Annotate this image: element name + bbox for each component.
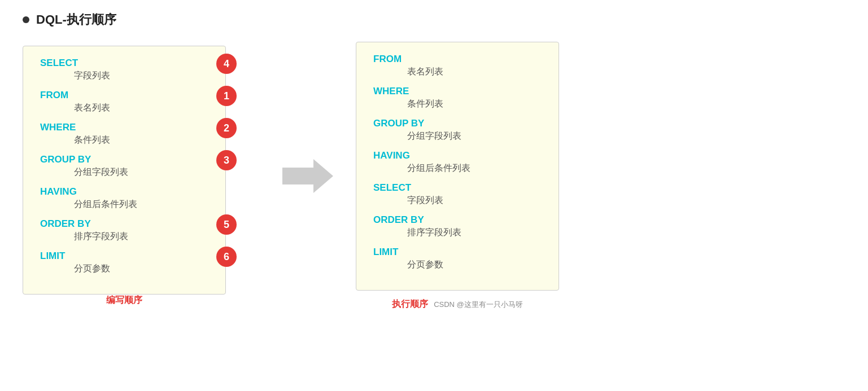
page-title: DQL-执行顺序 — [36, 11, 116, 28]
sub-item-label: 表名列表 — [373, 66, 542, 78]
keyword-row: ORDER BY5 — [40, 218, 208, 231]
left-keyword-block: SELECT4字段列表 — [40, 58, 208, 82]
keyword-row: FROM1 — [40, 90, 208, 102]
sub-item-label: 分组后条件列表 — [40, 199, 208, 210]
right-caption-row: 执行顺序 CSDN @这里有一只小马呀 — [392, 298, 523, 310]
sub-item-label: 分页参数 — [40, 263, 208, 275]
order-badge: 5 — [216, 214, 237, 235]
left-keyword-block: FROM1表名列表 — [40, 90, 208, 114]
keyword-label: GROUP BY — [40, 154, 91, 165]
left-diagram-wrapper: SELECT4字段列表FROM1表名列表WHERE2条件列表GROUP BY3分… — [23, 46, 260, 295]
page-header: DQL-执行顺序 — [23, 11, 845, 28]
order-badge: 4 — [216, 54, 237, 74]
keyword-row: HAVING — [40, 186, 208, 199]
keyword-label: WHERE — [40, 122, 76, 133]
csdn-watermark: CSDN @这里有一只小马呀 — [434, 300, 523, 310]
keyword-label: WHERE — [373, 86, 542, 97]
sub-item-label: 分页参数 — [373, 259, 542, 271]
sub-item-label: 条件列表 — [373, 98, 542, 110]
keyword-label: FROM — [373, 54, 542, 65]
right-keyword-block: ORDER BY排序字段列表 — [373, 214, 542, 239]
left-keyword-block: HAVING分组后条件列表 — [40, 186, 208, 210]
main-content: SELECT4字段列表FROM1表名列表WHERE2条件列表GROUP BY3分… — [23, 42, 845, 310]
right-keyword-block: FROM表名列表 — [373, 54, 542, 78]
arrow-icon — [282, 159, 333, 193]
right-keyword-block: HAVING分组后条件列表 — [373, 150, 542, 174]
order-badge: 6 — [216, 247, 237, 267]
left-keyword-block: WHERE2条件列表 — [40, 122, 208, 146]
sub-item-label: 排序字段列表 — [40, 231, 208, 243]
sub-item-label: 表名列表 — [40, 102, 208, 114]
left-keyword-block: LIMIT6分页参数 — [40, 251, 208, 275]
keyword-label: ORDER BY — [40, 218, 91, 230]
left-diagram-box: SELECT4字段列表FROM1表名列表WHERE2条件列表GROUP BY3分… — [23, 46, 226, 295]
sub-item-label: 排序字段列表 — [373, 227, 542, 239]
right-keyword-block: WHERE条件列表 — [373, 86, 542, 110]
order-badge: 1 — [216, 86, 237, 106]
keyword-label: LIMIT — [40, 251, 65, 262]
svg-marker-0 — [282, 159, 333, 193]
keyword-label: ORDER BY — [373, 214, 542, 226]
sub-item-label: 分组字段列表 — [373, 130, 542, 142]
sub-item-label: 条件列表 — [40, 134, 208, 146]
right-keyword-block: GROUP BY分组字段列表 — [373, 118, 542, 142]
keyword-label: LIMIT — [373, 247, 542, 258]
keyword-row: GROUP BY3 — [40, 154, 208, 166]
keyword-row: SELECT4 — [40, 58, 208, 70]
left-keyword-block: ORDER BY5排序字段列表 — [40, 218, 208, 243]
order-badge: 2 — [216, 118, 237, 138]
keyword-label: FROM — [40, 90, 68, 101]
right-caption-label: 执行顺序 — [392, 298, 428, 310]
keyword-row: LIMIT6 — [40, 251, 208, 263]
sub-item-label: 字段列表 — [373, 195, 542, 207]
arrow-container — [282, 159, 333, 193]
sub-item-label: 分组后条件列表 — [373, 162, 542, 174]
bullet-point — [23, 16, 29, 23]
right-keyword-block: LIMIT分页参数 — [373, 247, 542, 271]
keyword-row: WHERE2 — [40, 122, 208, 134]
keyword-label: SELECT — [373, 182, 542, 194]
left-caption: 编写顺序 — [40, 295, 243, 306]
order-badge: 3 — [216, 150, 237, 170]
sub-item-label: 分组字段列表 — [40, 166, 208, 178]
keyword-label: HAVING — [40, 186, 77, 197]
left-keyword-block: GROUP BY3分组字段列表 — [40, 154, 208, 178]
right-diagram-box: FROM表名列表WHERE条件列表GROUP BY分组字段列表HAVING分组后… — [356, 42, 559, 291]
keyword-label: GROUP BY — [373, 118, 542, 129]
keyword-label: SELECT — [40, 58, 78, 69]
sub-item-label: 字段列表 — [40, 70, 208, 82]
left-caption-label: 编写顺序 — [106, 295, 142, 305]
right-keyword-block: SELECT字段列表 — [373, 182, 542, 207]
keyword-label: HAVING — [373, 150, 542, 161]
